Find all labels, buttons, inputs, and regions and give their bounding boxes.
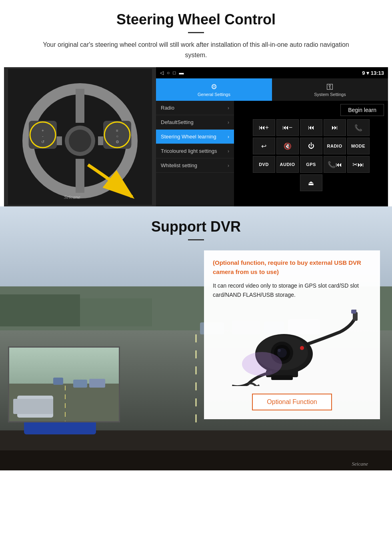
control-row-2: ↩ 🔇 ⏻ RADIO MODE [236,138,386,154]
page-subtitle: Your original car's steering wheel contr… [32,40,360,60]
control-row-3: DVD AUDIO GPS 📞⏮ ✂⏭ [236,156,386,173]
tab-general-label: General Settings [198,92,230,97]
audio-btn[interactable]: AUDIO [276,156,299,173]
time-display: 13:13 [371,70,384,76]
dvd-btn[interactable]: DVD [253,156,275,173]
menu-arrow-radio: › [228,105,229,111]
svg-text:○: ○ [116,134,118,138]
tab-system[interactable]: ⚿ System Settings [272,78,388,101]
svg-text:+: + [42,128,44,133]
svg-rect-52 [271,375,293,380]
begin-learn-row: Begin learn [236,102,386,118]
svg-rect-39 [53,378,63,385]
svg-rect-37 [73,380,87,388]
power-btn[interactable]: ⏻ [300,138,322,154]
hangup-btn[interactable]: ↩ [253,138,275,154]
home-icon: ○ [167,70,170,76]
control-row-4: ⏏ [236,174,386,191]
svg-text:Seicane: Seicane [64,194,80,200]
statusbar-left: ◁ ○ □ ▬ [160,70,184,76]
tab-system-label: System Settings [314,92,346,97]
call-btn[interactable]: 📞 [347,119,370,136]
dvr-header: Support DVR [0,206,392,246]
back-icon: ◁ [160,70,164,76]
call-prev-btn[interactable]: 📞⏮ [324,156,346,173]
menu-arrow-tricoloured: › [228,148,229,154]
mute-btn[interactable]: 🔇 [276,138,299,154]
android-panel: ◁ ○ □ ▬ 9 ▾ 13:13 ⚙ General Settings ⚿ S… [156,67,388,206]
menu-arrow-steering: › [228,134,229,140]
menu-icon: ▬ [179,70,184,76]
steering-section: + - ↺ ≡ ○ ⚙ Seicane ◁ [4,67,388,206]
dvr-section: Support DVR (Optional function, requi [0,206,392,470]
dvr-camera-svg [224,308,360,386]
menu-item-whitelist-label: Whitelist setting [161,162,197,168]
dvr-camera-image [213,307,371,387]
page-header: Steering Wheel Control Your original car… [0,0,392,67]
statusbar-right: 9 ▾ 13:13 [362,70,384,76]
svg-text:↺: ↺ [41,140,44,144]
recents-icon: □ [173,70,176,76]
steering-wheel-svg: + - ↺ ≡ ○ ⚙ Seicane [8,69,152,205]
dashcam-thumbnail [8,346,120,422]
steering-image: + - ↺ ≡ ○ ⚙ Seicane [4,67,156,206]
optional-function-button[interactable]: Optional Function [252,394,332,410]
svg-text:⚙: ⚙ [116,140,119,144]
signal-icons: 9 ▾ [362,70,370,76]
menu-item-steering-label: Steering Wheel learning [161,134,216,140]
begin-learn-button[interactable]: Begin learn [340,104,384,116]
svg-rect-24 [0,294,80,326]
system-settings-icon: ⚿ [326,83,334,91]
android-content: Radio › DefaultSetting › Steering Wheel … [156,101,388,206]
eject-btn[interactable]: ⏏ [300,174,322,191]
vol-up-btn[interactable]: ⏮+ [253,119,275,136]
svg-point-53 [300,346,304,350]
menu-arrow-whitelist: › [228,163,229,168]
svg-rect-25 [80,298,152,326]
page-title: Steering Wheel Control [24,11,368,28]
dvr-optional-text: (Optional function, require to buy exter… [213,258,371,276]
svg-point-7 [69,130,91,152]
svg-rect-41 [13,399,53,414]
seicane-watermark: Seicane [352,461,368,467]
menu-item-tricoloured[interactable]: Tricoloured light settings › [156,144,234,158]
menu-item-tricoloured-row: Tricoloured light settings › [161,148,229,154]
svg-rect-38 [89,379,105,388]
svg-rect-31 [0,450,392,470]
menu-item-whitelist[interactable]: Whitelist setting › [156,158,234,173]
menu-item-default-label: DefaultSetting [161,119,194,125]
svg-point-54 [242,352,282,376]
menu-item-default[interactable]: DefaultSetting › [156,115,234,130]
android-statusbar: ◁ ○ □ ▬ 9 ▾ 13:13 [156,67,388,78]
menu-list: Radio › DefaultSetting › Steering Wheel … [156,101,234,206]
menu-item-steering[interactable]: Steering Wheel learning › [156,130,234,144]
button-grid: Begin learn ⏮+ ⏮− ⏮ ⏭ 📞 ↩ 🔇 ⏻ RADIO MODE [234,101,388,206]
dvr-divider [188,239,204,240]
tab-general[interactable]: ⚙ General Settings [156,78,272,101]
menu-item-radio-label: Radio [161,105,174,111]
svg-rect-44 [351,310,356,314]
menu-arrow-default: › [228,120,229,125]
menu-item-radio[interactable]: Radio › [156,101,234,115]
dvr-info-card: (Optional function, require to buy exter… [204,250,380,419]
menu-item-tricoloured-label: Tricoloured light settings [161,148,217,154]
general-settings-icon: ⚙ [211,82,217,91]
vol-down-btn[interactable]: ⏮− [276,119,299,136]
control-row-1: ⏮+ ⏮− ⏮ ⏭ 📞 [236,119,386,136]
dashcam-thumbnail-svg [9,348,120,422]
dvr-desc-text: It can record video only to storage in G… [213,281,371,299]
prev-btn[interactable]: ⏮ [300,119,322,136]
svg-text:-: - [42,134,43,138]
title-divider [188,32,204,33]
svg-text:≡: ≡ [116,128,118,133]
next-btn[interactable]: ⏭ [324,119,346,136]
dvr-title: Support DVR [0,218,392,235]
cut-next-btn[interactable]: ✂⏭ [347,156,370,173]
radio-btn[interactable]: RADIO [324,138,346,154]
mode-btn[interactable]: MODE [347,138,370,154]
android-tabs: ⚙ General Settings ⚿ System Settings [156,78,388,101]
svg-point-50 [278,349,281,352]
gps-btn[interactable]: GPS [300,156,322,173]
